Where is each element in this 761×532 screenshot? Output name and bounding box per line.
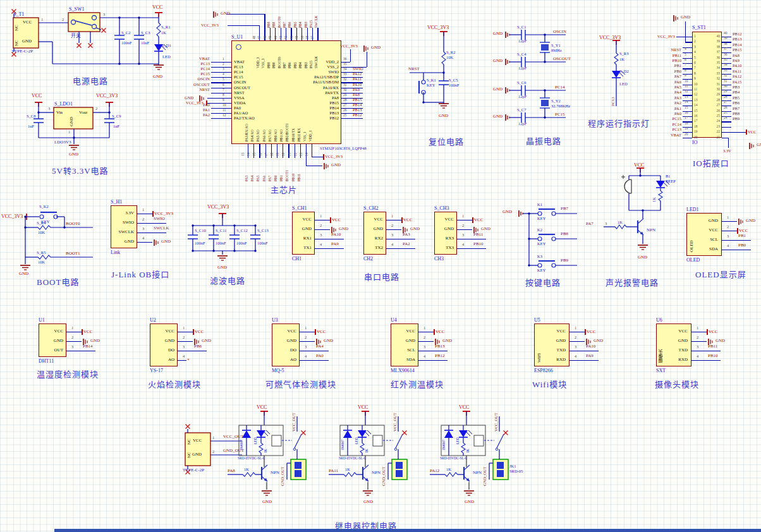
wire (728, 138, 729, 148)
wire (685, 21, 686, 42)
k2-designator: K2 (537, 228, 542, 233)
reset-circuit-block[interactable]: VCC_3V3 S_R2 10K NRST S_K1 KEY S_C5 100n… (405, 25, 493, 152)
net-label: PB15 (733, 48, 741, 52)
no-connect-x: × (187, 358, 190, 362)
pin-number: 16 (259, 146, 263, 156)
pin-number: 26 (724, 106, 728, 110)
module-name: CH3 (434, 257, 444, 262)
gnd-symbol (153, 238, 161, 248)
wire (341, 118, 363, 119)
net-label: PC14 (181, 67, 210, 71)
pin-name: GND (365, 227, 383, 231)
gnd-flag: GND (339, 227, 348, 231)
net-label: PB15 (353, 98, 362, 102)
net-label: PB12 (353, 113, 362, 118)
net-label: PA8 (733, 54, 740, 58)
gnd-flag: GND (363, 500, 373, 504)
c8-value: 1uF (28, 124, 34, 129)
indicator-circuit-block[interactable]: VCC_3V3 S_R3 1K S_D2 LED PC13 (588, 32, 657, 126)
c6-designator: S_C6 (517, 81, 526, 85)
pin-number: 3 (142, 227, 144, 231)
mcu-block[interactable]: S_U1VBAT1VBATPC132PC13PC143PC14PC154PC15… (177, 0, 405, 197)
alarm-circuit-block[interactable]: VCC B1 BEEP 1K PA7 3 1K NPN GND (585, 163, 689, 286)
relay-circuit-block[interactable]: NC NC VCC GND 1 2 VCC_OUT GND_OUT TYPE-C… (179, 406, 528, 531)
pin-number: 3 (320, 233, 322, 238)
wire (207, 98, 231, 99)
pin-number-inner: 4 (694, 51, 696, 54)
power-flag: VCC (739, 229, 748, 233)
net-label: PB10 (473, 242, 484, 246)
gnd-flag: GND (202, 339, 211, 343)
wire (315, 239, 344, 239)
pin-name: GND (273, 339, 296, 343)
power-circuit-block[interactable]: S_T1 NC NC VCC GND TYPE-C-2P 1 2 S_SW1 3… (5, 4, 195, 86)
k3-designator: K3 (537, 255, 542, 259)
pin-number: 3 (48, 107, 50, 111)
npn-label: NPN (647, 228, 655, 233)
wire (569, 360, 599, 361)
pin-number-inner: 37 (708, 51, 720, 54)
net-label: PB14 (83, 344, 93, 349)
net-gnd-out: GND_OUT (483, 459, 487, 486)
pin-name: PB8 (272, 43, 276, 68)
power-flag: VCC (709, 330, 717, 334)
pin-number: 2 (71, 336, 73, 340)
filter-circuit-block[interactable]: VCC_3V3 S_C10 100nF S_C11 100nF S_C12 10… (185, 203, 295, 282)
ldo-circuit-block[interactable]: VCC VCC_3V3 S_LDO1 Vin Vout GND 3 2 1 S_… (25, 94, 190, 174)
pin-number: 2 (320, 224, 322, 228)
pin-number: 4 (142, 236, 144, 241)
module-u2: U2VCC1VCCGND2GNDDO3PB6AO4×YS-17 (150, 318, 238, 381)
pin-number: 13 (685, 95, 688, 99)
net-label: PB13 (435, 344, 445, 349)
title-io: IO拓展口 (693, 157, 729, 169)
net-label: PA2 (659, 101, 681, 106)
gnd-flag: GND (442, 339, 452, 343)
pin-number: 8 (222, 94, 224, 97)
pin-number-inner: 10 (694, 83, 698, 87)
schematic-canvas[interactable]: S_T1 NC NC VCC GND TYPE-C-2P 1 2 S_SW1 3… (0, 0, 761, 532)
wire (457, 220, 472, 221)
pin-number-inner: 36 (708, 56, 720, 60)
gnd-symbol (748, 142, 756, 152)
pin-number: 4 (423, 354, 425, 359)
net-label: PA1 (181, 108, 210, 112)
pin-name: SDA (392, 358, 415, 362)
net-label: BOOT0 (278, 3, 282, 28)
net-label: PA8 (353, 93, 360, 97)
net-pa11: PA11 (329, 469, 338, 473)
net-label: PA5 (257, 160, 260, 181)
net-label: PA5 (659, 85, 681, 90)
net-label: PB11 (708, 344, 717, 349)
t1-pin-nc2: NC (15, 36, 19, 46)
net-label: PB11 (659, 54, 681, 58)
pin-number-inner: 32 (708, 77, 720, 81)
boot-circuit-block[interactable]: VCC_3V3 S_K2 KEY S_R4 10K BOOT0 S_R5 10K… (1, 197, 125, 286)
sw1-designator: S_SW1 (69, 7, 84, 12)
net-boot1: BOOT1 (66, 251, 80, 256)
pin-number: 20 (685, 133, 688, 136)
module-vertical-label: OLED (690, 217, 694, 252)
gnd-flag: GND (371, 45, 380, 50)
wire (317, 28, 318, 40)
pin-name: PB3 (305, 43, 308, 68)
net-label: PA2 (181, 113, 210, 118)
pin-number: 3 (71, 345, 73, 349)
io-port-block[interactable]: S_ST11VCC_3V32GND344NRST55PB1166PB1077PB… (657, 5, 761, 169)
power-flag: VCC_3V3 (340, 44, 358, 49)
wire (418, 341, 434, 342)
pin-number: 27 (724, 100, 728, 104)
power-bar (315, 329, 316, 335)
net-pb8: PB8 (561, 232, 568, 236)
pin-name: PA5/AO (257, 105, 260, 142)
pin-number-inner: 17 (694, 119, 698, 123)
gnd-symbol (738, 217, 745, 227)
wire (457, 248, 486, 249)
crystal-circuit-block[interactable]: GND GND GND GND S_C1 12pF S_C4 12pF S_Y1… (493, 25, 597, 152)
pin-name: PA15 (310, 43, 314, 68)
pin-number-inner: 30 (708, 88, 720, 92)
pin-number: 30 (343, 88, 347, 92)
pin-name: GND (151, 339, 174, 343)
module-name: CH1 (292, 257, 301, 262)
net-boot0: BOOT0 (66, 222, 80, 226)
power-bar (472, 217, 473, 223)
